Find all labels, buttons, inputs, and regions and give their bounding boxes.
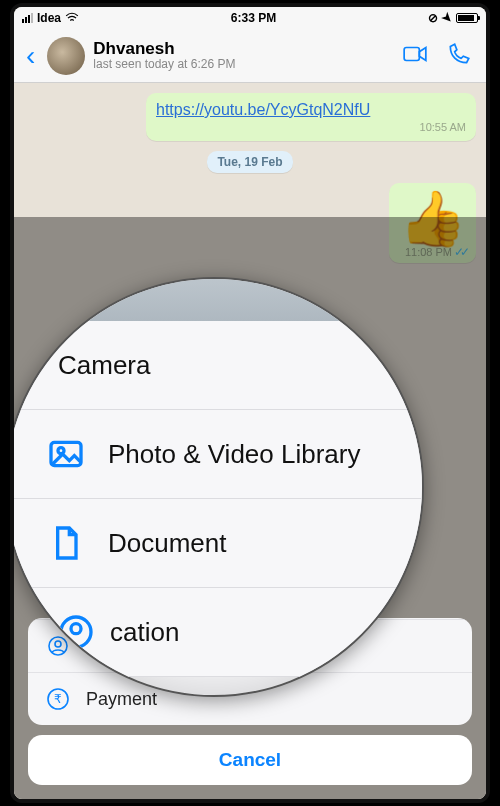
action-document-label: Document xyxy=(108,528,227,559)
photo-icon xyxy=(46,434,86,474)
orientation-lock-icon: ⊘ xyxy=(428,11,438,25)
person-pin-icon xyxy=(46,634,70,658)
document-icon xyxy=(46,523,86,563)
last-seen-label: last seen today at 6:26 PM xyxy=(93,58,394,71)
magnifier-overlay: Camera Photo & Video Library Document ca… xyxy=(14,277,424,697)
cancel-label: Cancel xyxy=(219,749,281,770)
date-separator: Tue, 19 Feb xyxy=(207,151,292,173)
phone-frame: Idea 6:33 PM ⊘ ➤ ‹ Dhvanesh last seen to… xyxy=(14,7,486,799)
location-arrow-icon: ➤ xyxy=(439,10,456,27)
action-photo-library-label: Photo & Video Library xyxy=(108,439,360,470)
voice-call-button[interactable] xyxy=(446,41,472,71)
contact-info[interactable]: Dhvanesh last seen today at 6:26 PM xyxy=(93,40,394,72)
carrier-label: Idea xyxy=(37,11,61,25)
svg-point-2 xyxy=(55,641,61,647)
action-payment-label: Payment xyxy=(86,689,157,710)
svg-text:₹: ₹ xyxy=(54,692,62,706)
svg-rect-0 xyxy=(404,47,419,60)
signal-icon xyxy=(22,13,33,23)
message-bubble-link[interactable]: https://youtu.be/YcyGtqN2NfU 10:55 AM xyxy=(146,93,476,141)
avatar[interactable] xyxy=(47,37,85,75)
action-document[interactable]: Document xyxy=(14,499,422,588)
chat-header: ‹ Dhvanesh last seen today at 6:26 PM xyxy=(14,29,486,83)
message-link[interactable]: https://youtu.be/YcyGtqN2NfU xyxy=(156,101,370,118)
rupee-icon: ₹ xyxy=(46,687,70,711)
status-bar: Idea 6:33 PM ⊘ ➤ xyxy=(14,7,486,29)
battery-icon xyxy=(456,13,478,23)
wifi-icon xyxy=(65,11,79,26)
action-location-partial-label: cation xyxy=(110,617,179,648)
video-call-button[interactable] xyxy=(402,41,428,71)
clock: 6:33 PM xyxy=(231,11,276,25)
back-button[interactable]: ‹ xyxy=(22,40,39,72)
message-time: 10:55 AM xyxy=(156,119,466,133)
contact-name: Dhvanesh xyxy=(93,40,394,59)
cancel-button[interactable]: Cancel xyxy=(28,735,472,785)
action-camera-label: Camera xyxy=(58,350,150,381)
action-photo-library[interactable]: Photo & Video Library xyxy=(14,410,422,499)
svg-point-10 xyxy=(71,624,81,634)
